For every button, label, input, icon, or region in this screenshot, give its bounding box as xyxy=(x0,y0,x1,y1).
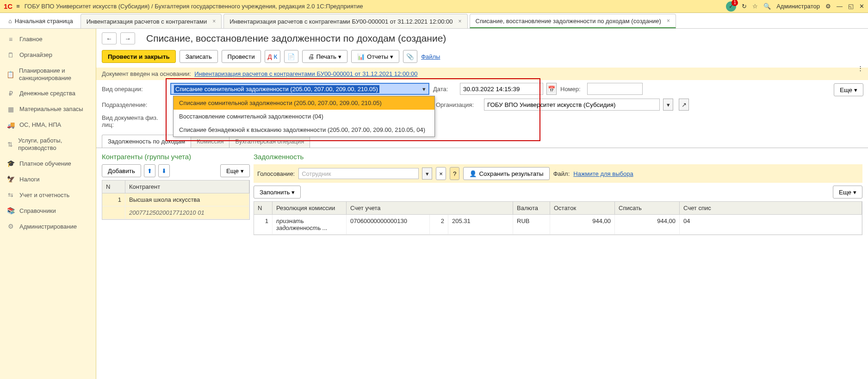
minimize-icon[interactable]: — xyxy=(837,3,843,10)
operation-type-value: Списание сомнительной задолженности (205… xyxy=(174,85,379,93)
clear-button[interactable]: × xyxy=(436,167,446,180)
dtkt-button[interactable]: ДК xyxy=(265,50,281,63)
eagle-icon: 🦅 xyxy=(6,175,15,183)
forward-button[interactable]: → xyxy=(120,32,135,44)
contractors-panel: Контрагенты (группы учета) Добавить ⬆ ⬇ … xyxy=(102,151,250,235)
table-row[interactable]: 1 Высшая школа искусства xyxy=(102,193,249,206)
sidebar-item-planning[interactable]: 📋Планирование и санкционирование xyxy=(0,63,96,86)
page-title: Списание, восстановление задолженности п… xyxy=(146,33,446,44)
file-label: Файл: xyxy=(553,170,570,177)
col-writeoff-acc: Счет спис xyxy=(680,202,862,214)
popout-icon[interactable]: ↗ xyxy=(679,99,689,111)
close-icon[interactable]: × xyxy=(667,18,670,24)
hamburger-icon[interactable]: ≡ xyxy=(16,3,20,10)
number-input[interactable] xyxy=(587,83,643,95)
close-icon[interactable]: ✕ xyxy=(859,3,864,10)
save-button[interactable]: Записать xyxy=(180,50,218,63)
gear-icon: ⚙ xyxy=(6,223,15,230)
tab-inventory2[interactable]: Инвентаризация расчетов с контрагентами … xyxy=(223,14,467,28)
sidebar-item-money[interactable]: ₽Денежные средства xyxy=(0,86,96,101)
help-button[interactable]: ? xyxy=(450,167,459,180)
cell-write: 944,00 xyxy=(615,215,680,235)
titlebar: 1C ≡ ГОБУ ВПО Университет искусств (Субс… xyxy=(0,0,868,13)
cell-accsub: 205.31 xyxy=(448,215,513,235)
chevron-down-icon: ▾ xyxy=(422,86,426,93)
sidebar-item-assets[interactable]: 🚚ОС, НМА, НПА xyxy=(0,117,96,133)
more-button-right[interactable]: Еще ▾ xyxy=(833,186,862,199)
tab-home[interactable]: ⌂ Начальная страница xyxy=(3,14,79,28)
history-icon[interactable]: ↻ xyxy=(742,3,747,10)
files-link[interactable]: Файлы xyxy=(421,53,440,60)
date-input[interactable] xyxy=(460,83,543,95)
table-row[interactable]: 1 признать задолженность ... 07060000000… xyxy=(254,215,862,235)
tab-inventory1[interactable]: Инвентаризация расчетов с контрагентами … xyxy=(81,14,222,28)
cell-n: 1 xyxy=(254,215,273,235)
close-icon[interactable]: × xyxy=(459,18,462,25)
employee-select[interactable]: Сотрудник xyxy=(298,168,419,179)
sidebar-item-accounting[interactable]: ⇆Учет и отчетность xyxy=(0,187,96,203)
document-tabs: ⌂ Начальная страница Инвентаризация расч… xyxy=(0,13,868,29)
add-button[interactable]: Добавить xyxy=(102,164,141,177)
reports-button[interactable]: 📊 Отчеты ▾ xyxy=(351,50,399,63)
col-n: N xyxy=(254,202,273,214)
chevron-down-icon[interactable]: ▾ xyxy=(663,99,673,111)
list-icon: ≡ xyxy=(6,36,15,43)
contractors-title: Контрагенты (группы учета) xyxy=(102,151,250,164)
tab-label: Списание, восстановление задолженности п… xyxy=(476,18,661,25)
attach-button[interactable]: 📎 xyxy=(403,50,417,63)
sidebar-item-organizer[interactable]: 🗒Органайзер xyxy=(0,47,96,63)
chevron-down-icon[interactable]: ▾ xyxy=(422,168,432,180)
dropdown-option-2[interactable]: Восстановление сомнительной задолженност… xyxy=(174,110,434,123)
calendar-icon[interactable]: 📅 xyxy=(546,83,557,95)
tab-writeoff[interactable]: Списание, восстановление задолженности п… xyxy=(470,14,676,28)
contractors-grid: N Контрагент 1 Высшая школа искусства 20… xyxy=(102,180,250,220)
move-up-button[interactable]: ⬆ xyxy=(144,164,155,177)
star-icon[interactable]: ☆ xyxy=(752,3,758,10)
sidebar-item-main[interactable]: ≡Главное xyxy=(0,31,96,47)
col-contractor: Контрагент xyxy=(125,180,249,193)
search-icon[interactable]: 🔍 xyxy=(763,3,771,10)
info-label: Документ введен на основании: xyxy=(102,70,191,77)
sidebar-label: ОС, НМА, НПА xyxy=(19,121,61,129)
save-results-button[interactable]: 👤 Сохранить результаты xyxy=(463,167,549,180)
user-name[interactable]: Администратор xyxy=(776,3,820,10)
post-button[interactable]: Провести xyxy=(222,50,261,63)
dropdown-option-1[interactable]: Списание сомнительной задолженности (205… xyxy=(174,96,434,110)
phys-doc-label: Вид документа физ. лиц: xyxy=(102,114,171,128)
graduation-icon: 🎓 xyxy=(6,160,15,167)
operation-type-dropdown: Списание сомнительной задолженности (205… xyxy=(173,96,435,137)
sidebar-item-education[interactable]: 🎓Платное обучение xyxy=(0,155,96,171)
debt-panel: Задолженность Голосование: Сотрудник ▾ ×… xyxy=(254,151,862,235)
doc-icon-button[interactable]: 📄 xyxy=(284,50,298,63)
organization-input[interactable] xyxy=(484,99,660,111)
restore-icon[interactable]: ◱ xyxy=(848,3,854,10)
notifications-icon[interactable]: ✓1 xyxy=(726,1,736,12)
col-currency: Валюта xyxy=(513,202,550,214)
sidebar: ≡Главное 🗒Органайзер 📋Планирование и сан… xyxy=(0,29,96,379)
dropdown-option-3[interactable]: Списание безнадежной к взысканию задолже… xyxy=(174,123,434,137)
sidebar-item-services[interactable]: ⇅Услуги, работы, производство xyxy=(0,133,96,155)
sidebar-label: Планирование и санкционирование xyxy=(19,67,89,81)
table-row-sub[interactable]: 20077125020017712010 01 xyxy=(102,206,249,219)
sidebar-item-refs[interactable]: 📚Справочники xyxy=(0,203,96,218)
sidebar-item-admin[interactable]: ⚙Администрирование xyxy=(0,218,96,234)
close-icon[interactable]: × xyxy=(212,18,216,25)
back-button[interactable]: ← xyxy=(102,32,117,44)
fill-button[interactable]: Заполнить ▾ xyxy=(254,186,301,199)
print-button[interactable]: 🖨 Печать ▾ xyxy=(302,50,347,63)
debt-title: Задолженность xyxy=(254,151,862,164)
file-select-link[interactable]: Нажмите для выбора xyxy=(573,170,633,177)
operation-type-select[interactable]: Списание сомнительной задолженности (205… xyxy=(170,83,429,95)
sidebar-label: Администрирование xyxy=(19,223,77,230)
move-down-button[interactable]: ⬇ xyxy=(158,164,170,177)
cell-acc: 07060000000000130 xyxy=(347,215,430,235)
home-icon: ⌂ xyxy=(8,18,12,25)
sidebar-item-taxes[interactable]: 🦅Налоги xyxy=(0,171,96,187)
operation-type-label: Вид операции: xyxy=(102,86,167,93)
basis-link[interactable]: Инвентаризация расчетов с контрагентами … xyxy=(194,70,417,77)
settings-icon[interactable]: ⚙ xyxy=(825,3,831,10)
sidebar-item-materials[interactable]: ▦Материальные запасы xyxy=(0,101,96,117)
more-button-left[interactable]: Еще ▾ xyxy=(220,164,250,177)
kebab-icon[interactable]: ⋮ xyxy=(857,65,863,72)
post-and-close-button[interactable]: Провести и закрыть xyxy=(102,50,176,63)
